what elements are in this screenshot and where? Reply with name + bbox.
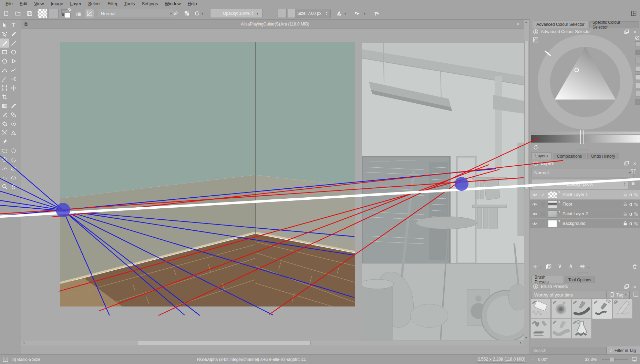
layer-onion-checkbox[interactable] [541,212,545,216]
presets-display-icon[interactable] [633,291,639,297]
menu-settings[interactable]: Settings [138,0,161,7]
pan-tool[interactable] [9,182,18,191]
fg-bg-color-swatch[interactable] [61,9,72,18]
vertical-scrollbar[interactable]: ▲ ▼ [524,20,529,340]
inherit-alpha-icon[interactable] [634,221,638,226]
zoom-level[interactable]: 33.3% [585,357,597,362]
fill-tool[interactable] [0,119,9,128]
chevron-down-icon[interactable]: ▾ [540,266,541,269]
add-layer-button[interactable]: + [533,263,537,271]
brush-preset-pencil[interactable] [613,299,632,319]
inherit-alpha-icon[interactable] [634,193,638,197]
ellipse-tool[interactable] [9,48,18,56]
layer-blending-mode-select[interactable]: Normal▾ [531,168,634,177]
zoom-slider-handle[interactable] [610,357,615,362]
edit-shapes-tool[interactable] [0,30,9,39]
lock-open-icon[interactable] [623,192,628,197]
close-docker-icon[interactable]: × [633,160,636,166]
menu-help[interactable]: Help [184,0,200,7]
lock-docker-icon[interactable] [533,160,538,166]
opacity-slider[interactable]: Opacity: 100% [210,9,262,18]
contiguous-select-tool[interactable] [0,164,9,173]
transform-tool[interactable] [0,83,9,92]
lock-closed-icon[interactable] [623,221,628,226]
size-spinner[interactable]: ▴▾ [324,9,329,17]
pattern-chooser[interactable] [49,9,59,18]
colour-history-swatch[interactable] [635,99,640,105]
wraparound-mode-icon[interactable] [373,9,381,18]
duplicate-layer-button[interactable] [546,264,551,269]
layer-visibility-icon[interactable] [532,192,537,197]
bezier-curve-tool[interactable] [0,65,9,74]
alpha-lock-icon[interactable]: α [629,192,632,197]
no-colour-icon[interactable] [634,35,640,41]
assistants-tool[interactable] [0,128,9,137]
brush-preset-eraser[interactable] [531,299,550,319]
layer-opacity-slider[interactable]: Opacity: 100% [531,179,628,189]
chevron-down-icon[interactable]: ▾ [364,12,365,15]
chevron-down-icon[interactable]: ▾ [202,12,203,15]
rectangle-tool[interactable] [0,48,9,56]
mirror-vertical-icon[interactable] [353,9,361,18]
layer-visibility-icon[interactable] [532,211,537,217]
zoom-slider[interactable] [602,359,628,360]
edit-brush-settings-icon[interactable] [85,9,94,18]
tab-undo-history[interactable]: Undo History [587,153,619,159]
swap-colors-icon[interactable] [68,8,72,12]
multibrush-tool[interactable] [9,74,18,83]
canvas-painting[interactable] [60,42,355,306]
chevron-down-icon[interactable]: ▾ [588,266,589,269]
colour-selector-docker-header[interactable]: Advanced Colour Selector × [533,28,636,35]
polygon-select-tool[interactable] [0,155,9,164]
freehand-brush-tool[interactable] [0,39,9,48]
menu-view[interactable]: View [31,0,47,7]
document-titlebar[interactable]: AlisaPlayingGuitar(S).kra (118.0 MiB) × [21,20,529,29]
move-layer-up-button[interactable]: ∧ [569,262,573,270]
reload-preset-icon[interactable] [193,9,201,18]
menu-window[interactable]: Window [161,0,184,7]
brush-preview-box[interactable] [278,9,287,18]
colour-history-swatch[interactable] [635,74,640,80]
freehand-path-tool[interactable] [9,65,18,74]
layer-visibility-icon[interactable] [532,202,537,207]
menu-edit[interactable]: Edit [16,0,31,7]
close-docker-icon[interactable]: × [633,29,636,35]
move-layer-down-button[interactable]: ∨ [558,262,562,270]
save-document-icon[interactable] [25,9,34,18]
brush-search-input[interactable] [531,347,607,354]
color-sampler-tool[interactable] [9,101,18,110]
ellipse-select-tool[interactable] [9,146,18,155]
eraser-mode-icon[interactable] [172,9,180,18]
choose-workspace-icon[interactable] [630,9,638,18]
open-document-icon[interactable] [14,9,22,18]
choose-brush-preset-icon[interactable] [74,9,83,18]
brush-preset-airbrush[interactable] [551,299,571,319]
gradient-chooser[interactable] [37,9,47,18]
colour-history-swatch[interactable] [635,50,640,55]
colour-history-swatch[interactable] [635,41,640,47]
menu-file[interactable]: File [2,0,16,7]
shape-select-tool[interactable] [0,21,9,30]
mirror-horizontal-icon[interactable] [335,9,343,18]
polygon-tool[interactable] [0,56,9,65]
tab-brush-presets[interactable]: Brush Presets [531,276,563,283]
layer-row-floor[interactable]: Floorα [530,200,640,209]
menu-filter[interactable]: Filter [104,0,121,7]
dynamic-brush-tool[interactable] [0,74,9,83]
colour-history-swatch[interactable] [635,58,640,63]
presets-menu-icon[interactable]: ≡ [626,291,629,297]
brush-preset-paintbrush[interactable] [592,299,612,319]
float-docker-icon[interactable] [624,160,629,166]
brush-presets-docker-header[interactable]: Brush Presets × [533,283,636,290]
monitor-profile-icon[interactable] [632,356,637,362]
layer-onion-checkbox[interactable] [541,202,545,207]
zoom-tool[interactable] [0,182,9,191]
layers-docker-header[interactable]: Layers × [533,160,636,167]
float-docker-icon[interactable] [624,284,629,289]
gradient-tool[interactable] [0,101,9,110]
refresh-colour-icon[interactable] [533,145,538,150]
menu-tools[interactable]: Tools [121,0,138,7]
lock-open-icon[interactable] [623,211,628,216]
colour-wheel[interactable] [538,34,633,129]
similar-select-tool[interactable] [9,164,18,173]
